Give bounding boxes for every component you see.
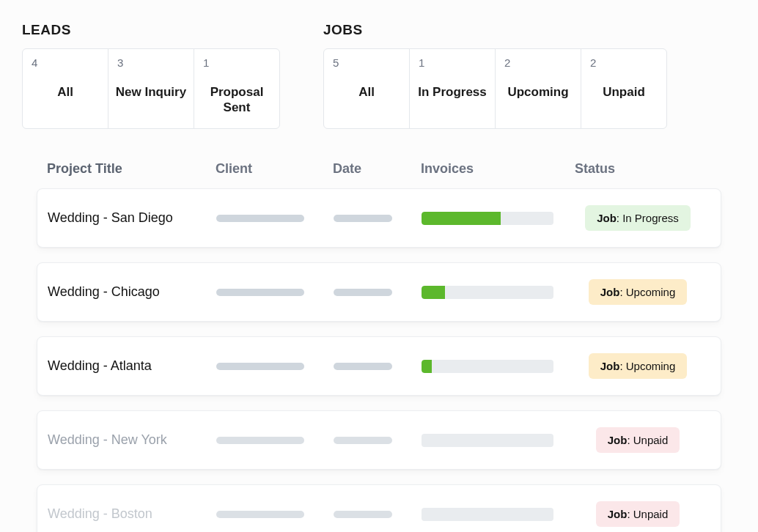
invoice-progress-fill: [422, 360, 432, 373]
status-prefix: Job: [597, 212, 617, 224]
invoice-progress: [422, 434, 553, 447]
status-value: Unpaid: [633, 434, 669, 446]
filter-label: New Inquiry: [108, 84, 194, 100]
leads-filter-all[interactable]: 4All: [22, 48, 108, 129]
status-prefix: Job: [608, 434, 628, 446]
status-value: Upcoming: [626, 360, 676, 372]
client-placeholder: [216, 289, 304, 296]
date-placeholder: [334, 437, 392, 444]
project-title: Wedding - Chicago: [48, 284, 216, 300]
filter-count: 3: [117, 56, 185, 69]
leads-title: LEADS: [22, 22, 279, 38]
filter-count: 1: [203, 56, 271, 69]
filter-count: 4: [32, 56, 99, 69]
date-placeholder: [334, 511, 392, 518]
client-placeholder: [216, 363, 304, 370]
filter-label: Proposal Sent: [194, 84, 279, 116]
column-header-project-title[interactable]: Project Title: [47, 161, 216, 177]
invoice-progress: [422, 360, 553, 373]
table-row[interactable]: Wedding - ChicagoJob: Upcoming: [37, 262, 721, 322]
client-placeholder: [216, 511, 304, 518]
filter-label: Unpaid: [581, 84, 666, 100]
project-title: Wedding - Boston: [48, 506, 216, 522]
status-prefix: Job: [600, 360, 620, 372]
filter-label: Upcoming: [496, 84, 581, 100]
project-title: Wedding - New York: [48, 432, 216, 448]
invoice-progress-fill: [422, 286, 445, 299]
leads-filter-new-inquiry[interactable]: 3New Inquiry: [108, 48, 194, 129]
status-badge: Job: Upcoming: [589, 353, 688, 379]
column-header-client[interactable]: Client: [216, 161, 333, 177]
client-placeholder: [216, 437, 304, 444]
table-row[interactable]: Wedding - San DiegoJob: In Progress: [37, 188, 721, 248]
status-badge: Job: Unpaid: [596, 501, 680, 527]
project-title: Wedding - San Diego: [48, 210, 216, 226]
filter-count: 2: [590, 56, 658, 69]
filter-count: 5: [333, 56, 400, 69]
jobs-filter-unpaid[interactable]: 2Unpaid: [581, 48, 667, 129]
jobs-filter-all[interactable]: 5All: [323, 48, 410, 129]
invoice-progress: [422, 212, 553, 225]
jobs-filter-in-progress[interactable]: 1In Progress: [409, 48, 496, 129]
table-row[interactable]: Wedding - BostonJob: Unpaid: [37, 484, 721, 532]
jobs-filter-row: 5All1In Progress2Upcoming2Unpaid: [323, 48, 666, 129]
status-value: In Progress: [622, 212, 679, 224]
filter-label: In Progress: [410, 84, 495, 100]
status-badge: Job: In Progress: [585, 205, 691, 231]
status-prefix: Job: [608, 508, 628, 520]
column-header-invoices[interactable]: Invoices: [421, 161, 575, 177]
table-row[interactable]: Wedding - AtlantaJob: Upcoming: [37, 336, 721, 396]
column-header-date[interactable]: Date: [333, 161, 421, 177]
table-header-row: Project Title Client Date Invoices Statu…: [37, 155, 721, 188]
table-row[interactable]: Wedding - New YorkJob: Unpaid: [37, 410, 721, 470]
invoice-progress-fill: [422, 212, 501, 225]
status-value: Unpaid: [633, 508, 669, 520]
date-placeholder: [334, 363, 392, 370]
filter-label: All: [23, 84, 108, 100]
date-placeholder: [334, 215, 392, 222]
leads-filter-proposal-sent[interactable]: 1Proposal Sent: [194, 48, 280, 129]
leads-section: LEADS 4All3New Inquiry1Proposal Sent: [22, 22, 279, 129]
date-placeholder: [334, 289, 392, 296]
leads-filter-row: 4All3New Inquiry1Proposal Sent: [22, 48, 279, 129]
filter-count: 2: [504, 56, 572, 69]
status-badge: Job: Upcoming: [589, 279, 688, 305]
jobs-filter-upcoming[interactable]: 2Upcoming: [495, 48, 581, 129]
status-badge: Job: Unpaid: [596, 427, 680, 453]
jobs-title: JOBS: [323, 22, 666, 38]
client-placeholder: [216, 215, 304, 222]
status-value: Upcoming: [626, 286, 676, 298]
invoice-progress: [422, 286, 553, 299]
project-title: Wedding - Atlanta: [48, 358, 216, 374]
status-prefix: Job: [600, 286, 620, 298]
filter-count: 1: [419, 56, 486, 69]
jobs-section: JOBS 5All1In Progress2Upcoming2Unpaid: [323, 22, 666, 129]
filter-label: All: [324, 84, 409, 100]
projects-table: Project Title Client Date Invoices Statu…: [22, 155, 736, 532]
invoice-progress: [422, 508, 553, 521]
column-header-status[interactable]: Status: [575, 161, 711, 177]
